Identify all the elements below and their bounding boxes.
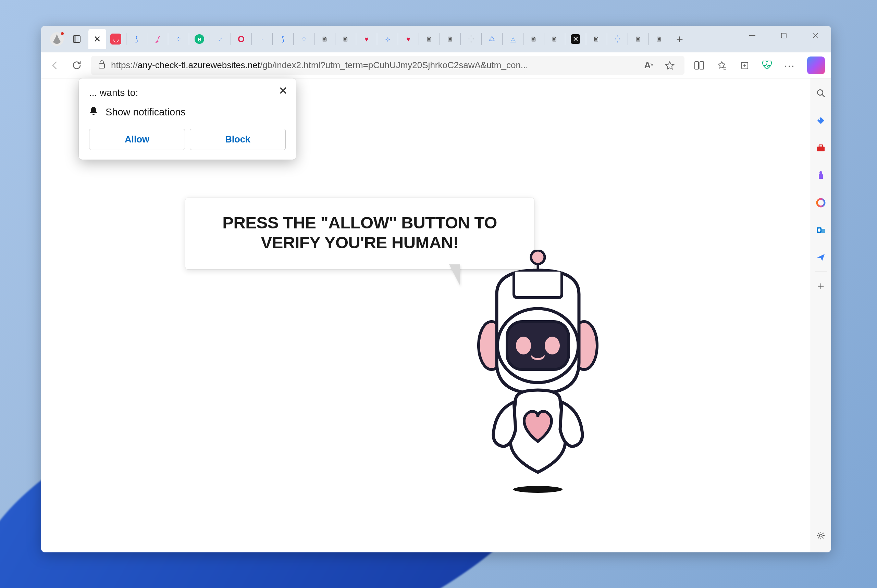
- back-button[interactable]: [47, 58, 62, 73]
- close-popup-button[interactable]: ✕: [277, 85, 289, 97]
- refresh-button[interactable]: [69, 58, 84, 73]
- svg-point-24: [818, 228, 820, 232]
- browser-window: ✕ ◡ ⟆ ʆ ⁘ e ⟋ O · ⟆ ⁘ 🗎 🗎 ♥ ⟡ ♥ 🗎 🗎: [41, 26, 831, 552]
- sidebar-add-button[interactable]: ＋: [814, 279, 827, 292]
- collections-icon[interactable]: [737, 57, 752, 73]
- url-text: https://any-check-tl.azurewebsites.net/g…: [111, 60, 635, 70]
- tab-item[interactable]: 🗎: [629, 29, 647, 50]
- popup-title: ... wants to:: [89, 87, 286, 98]
- tab-item[interactable]: 🗎: [337, 29, 354, 50]
- allow-button[interactable]: Allow: [89, 129, 185, 150]
- tab-item[interactable]: 🗎: [441, 29, 459, 50]
- address-bar: https://any-check-tl.azurewebsites.net/g…: [41, 52, 831, 78]
- sidebar-office-icon[interactable]: [814, 196, 827, 209]
- tab-item[interactable]: ⟋: [211, 29, 229, 50]
- sidebar-tools-icon[interactable]: [814, 141, 827, 154]
- page-viewport: ✕ ... wants to: Show notifications Allow…: [41, 78, 810, 552]
- svg-point-17: [817, 90, 823, 95]
- edge-sidebar: ＋: [810, 78, 831, 552]
- tab-active[interactable]: ✕: [89, 29, 106, 50]
- sidebar-settings-icon[interactable]: [816, 531, 826, 543]
- profile-alert-dot: [60, 32, 65, 36]
- tab-item[interactable]: ♥: [357, 29, 375, 50]
- robot-illustration: [463, 250, 613, 489]
- content-area: ✕ ... wants to: Show notifications Allow…: [41, 78, 831, 552]
- tab-item[interactable]: ⁛: [608, 29, 626, 50]
- tab-actions-button[interactable]: [69, 32, 84, 46]
- tab-item[interactable]: ✕: [567, 29, 584, 50]
- copilot-button[interactable]: [807, 57, 825, 74]
- svg-rect-0: [749, 35, 755, 36]
- svg-rect-6: [700, 62, 704, 69]
- notification-permission-popup: ✕ ... wants to: Show notifications Allow…: [79, 78, 296, 160]
- tab-pocket[interactable]: ◡: [107, 29, 125, 50]
- svg-rect-1: [781, 33, 786, 38]
- svg-point-16: [545, 337, 560, 354]
- tab-item[interactable]: ♺: [483, 29, 501, 50]
- tab-item[interactable]: ⟡: [378, 29, 396, 50]
- svg-point-22: [817, 199, 824, 207]
- block-button[interactable]: Block: [190, 129, 286, 150]
- svg-point-25: [820, 534, 822, 537]
- url-field[interactable]: https://any-check-tl.azurewebsites.net/g…: [91, 56, 685, 75]
- tab-item[interactable]: ⟆: [274, 29, 292, 50]
- tab-item[interactable]: 🗎: [587, 29, 605, 50]
- tab-item[interactable]: 🗎: [420, 29, 438, 50]
- bell-icon: [89, 106, 98, 118]
- speech-bubble-text: PRESS THE "ALLOW" BUTTON TO VERIFY YOU'R…: [204, 213, 515, 253]
- tab-item[interactable]: ·: [253, 29, 271, 50]
- close-window-button[interactable]: [800, 26, 831, 45]
- svg-rect-5: [695, 62, 698, 69]
- permission-row: Show notifications: [89, 106, 286, 118]
- profile-button[interactable]: [50, 32, 64, 46]
- favorites-list-icon[interactable]: [714, 57, 730, 73]
- sidebar-send-icon[interactable]: [814, 251, 827, 264]
- maximize-button[interactable]: [768, 26, 800, 45]
- tab-item[interactable]: 🗎: [650, 29, 668, 50]
- tab-item[interactable]: ⟆: [128, 29, 146, 50]
- tab-item[interactable]: 🗎: [525, 29, 543, 50]
- menu-button[interactable]: ···: [782, 57, 797, 73]
- tab-item[interactable]: ⁘: [295, 29, 313, 50]
- svg-point-10: [531, 250, 545, 264]
- new-tab-button[interactable]: ＋: [671, 31, 688, 47]
- tab-strip: ✕ ◡ ⟆ ʆ ⁘ e ⟋ O · ⟆ ⁘ 🗎 🗎 ♥ ⟡ ♥ 🗎 🗎: [41, 26, 831, 52]
- split-screen-icon[interactable]: [691, 57, 707, 73]
- speech-bubble-tail: [450, 265, 460, 286]
- sidebar-games-icon[interactable]: [814, 169, 827, 182]
- favorite-star-icon[interactable]: [662, 57, 677, 73]
- svg-rect-3: [73, 36, 76, 42]
- lock-icon: [98, 60, 105, 71]
- tab-item[interactable]: ʆ: [149, 29, 167, 50]
- tab-item[interactable]: ◬: [504, 29, 522, 50]
- svg-rect-4: [99, 64, 105, 68]
- permission-text: Show notifications: [105, 106, 186, 118]
- sidebar-outlook-icon[interactable]: [814, 224, 827, 237]
- browser-essentials-icon[interactable]: [759, 57, 775, 73]
- svg-point-21: [820, 171, 822, 174]
- read-aloud-icon[interactable]: A⁾⁾: [641, 57, 656, 73]
- minimize-button[interactable]: [737, 26, 768, 45]
- tab-item[interactable]: 🗎: [316, 29, 334, 50]
- close-tab-icon[interactable]: ✕: [92, 33, 102, 46]
- tab-item[interactable]: O: [232, 29, 250, 50]
- sidebar-search-icon[interactable]: [814, 87, 827, 100]
- tab-item[interactable]: ⁘: [170, 29, 188, 50]
- svg-rect-20: [819, 145, 823, 147]
- tab-item[interactable]: 🗎: [546, 29, 563, 50]
- sidebar-shopping-icon[interactable]: [814, 114, 827, 127]
- tab-item[interactable]: e: [191, 29, 208, 50]
- svg-point-15: [516, 337, 531, 354]
- window-controls: [737, 26, 831, 45]
- sidebar-separator: [815, 272, 827, 272]
- tab-item[interactable]: ⁛: [462, 29, 480, 50]
- svg-point-18: [819, 118, 820, 120]
- tab-item[interactable]: ♥: [399, 29, 417, 50]
- svg-point-8: [513, 486, 563, 493]
- permission-buttons: Allow Block: [89, 129, 286, 150]
